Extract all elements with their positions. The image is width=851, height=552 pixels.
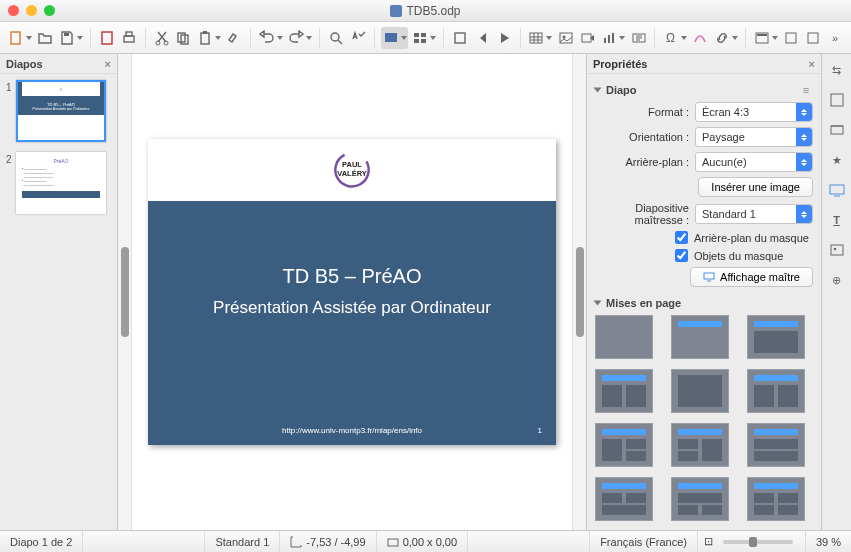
status-template[interactable]: Standard 1 [205,531,280,552]
svg-rect-17 [455,33,465,43]
format-paintbrush-button[interactable] [224,27,244,49]
slide-panel: Diapos × 1 ○ TD B5 – PréAO Présentation … [0,54,118,530]
background-select[interactable]: Aucun(e) [695,152,813,172]
layout-title-content[interactable] [747,315,805,359]
spellcheck-button[interactable] [348,27,368,49]
svg-rect-1 [64,33,69,36]
svg-rect-14 [421,33,426,37]
layout-top-bottom[interactable] [747,423,805,467]
styles-tab-icon[interactable]: T [827,210,847,230]
svg-rect-38 [831,245,843,255]
editor-scrollbar-left[interactable] [118,54,132,530]
display-views-button[interactable] [410,27,437,49]
svg-rect-24 [612,33,614,43]
insert-image-button[interactable]: Insérer une image [698,177,813,197]
layout-four[interactable] [747,477,805,521]
sidebar-toggle-icon[interactable]: ⇆ [827,60,847,80]
svg-rect-3 [124,36,134,42]
status-zoom[interactable]: 39 % [806,531,851,552]
slide-editor[interactable]: PAUL VALÉRY TD B5 – PréAO Présentation A… [118,54,587,530]
insert-chart-button[interactable] [599,27,626,49]
master-objects-checkbox[interactable] [675,249,688,262]
new-doc-button[interactable] [6,27,33,49]
master-slides-tab-icon[interactable] [827,180,847,200]
properties-title: Propriétés [593,58,647,70]
svg-rect-2 [102,32,112,44]
insert-av-button[interactable] [578,27,598,49]
svg-rect-30 [808,33,818,43]
zoom-slider[interactable] [723,540,793,544]
navigator-tab-icon[interactable]: ⊕ [827,270,847,290]
copy-button[interactable] [174,27,194,49]
layout-left-split[interactable] [595,423,653,467]
layout-content-only[interactable] [671,369,729,413]
svg-point-11 [331,33,339,41]
export-pdf-button[interactable] [97,27,117,49]
layout-2x2-a[interactable] [595,477,653,521]
gallery-tab-icon[interactable] [827,240,847,260]
disclosure-icon[interactable] [594,88,602,93]
open-folder-button[interactable] [35,27,55,49]
status-slide-position: Diapo 1 de 2 [0,531,83,552]
svg-rect-34 [704,273,714,279]
disclosure-icon[interactable] [594,301,602,306]
layouts-grid [595,315,813,521]
view-master-button[interactable]: Affichage maître [690,267,813,287]
paste-button[interactable] [195,27,222,49]
layout-two-col[interactable] [595,369,653,413]
current-slide[interactable]: PAUL VALÉRY TD B5 – PréAO Présentation A… [148,139,556,445]
start-current-button[interactable] [494,27,514,49]
toolbar-overflow-button[interactable]: » [825,27,845,49]
editor-scrollbar-right[interactable] [572,54,586,530]
window-titlebar: TDB5.odp [0,0,851,22]
layout-right-split[interactable] [671,423,729,467]
extra-2-button[interactable] [803,27,823,49]
svg-rect-21 [582,34,591,42]
format-select[interactable]: Écran 4:3 [695,102,813,122]
slide-title-line2: Présentation Assistée par Ordinateur [148,298,556,318]
status-language[interactable]: Français (France) [590,531,698,552]
animation-tab-icon[interactable]: ★ [827,150,847,170]
redo-button[interactable] [286,27,313,49]
svg-rect-37 [830,185,844,194]
slide-thumbnail-1[interactable]: ○ TD B5 – PréAO Présentation Assistée pa… [16,80,106,142]
svg-rect-12 [385,33,397,42]
insert-special-button[interactable]: Ω [661,27,688,49]
size-icon [387,536,399,548]
layout-two-content[interactable] [747,369,805,413]
insert-table-button[interactable] [527,27,554,49]
status-bar: Diapo 1 de 2 Standard 1 -7,53 / -4,99 0,… [0,530,851,552]
slide-layout-button[interactable] [752,27,779,49]
insert-textbox-button[interactable] [629,27,649,49]
slide-thumbnail-2[interactable]: PréAO • ——————— — ———————— — ———————— • … [16,152,106,214]
print-button[interactable] [119,27,139,49]
svg-rect-15 [414,39,419,43]
slide-panel-close-button[interactable]: × [105,58,111,70]
slide-master-button[interactable] [450,27,470,49]
layout-2x2-b[interactable] [671,477,729,521]
insert-image-button[interactable] [556,27,576,49]
svg-rect-28 [757,34,767,36]
undo-button[interactable] [257,27,284,49]
cut-button[interactable] [152,27,172,49]
display-grid-button[interactable] [381,27,408,49]
save-button[interactable] [57,27,84,49]
svg-rect-16 [421,39,426,43]
orientation-select[interactable]: Paysage [695,127,813,147]
insert-fontwork-button[interactable] [690,27,710,49]
status-size: 0,00 x 0,00 [377,531,468,552]
find-button[interactable] [326,27,346,49]
section-more-icon[interactable]: ≡ [799,84,813,96]
start-first-button[interactable] [472,27,492,49]
properties-tab-icon[interactable] [827,90,847,110]
layout-title[interactable] [671,315,729,359]
insert-hyperlink-button[interactable] [712,27,739,49]
master-background-checkbox[interactable] [675,231,688,244]
slide-footer-url: http://www.univ-montp3.fr/miap/ens/info [282,426,422,435]
properties-close-button[interactable]: × [809,58,815,70]
master-slide-select[interactable]: Standard 1 [695,204,813,224]
slide-transition-tab-icon[interactable] [827,120,847,140]
layout-blank[interactable] [595,315,653,359]
extra-1-button[interactable] [781,27,801,49]
fit-page-icon[interactable]: ⊡ [704,535,713,548]
